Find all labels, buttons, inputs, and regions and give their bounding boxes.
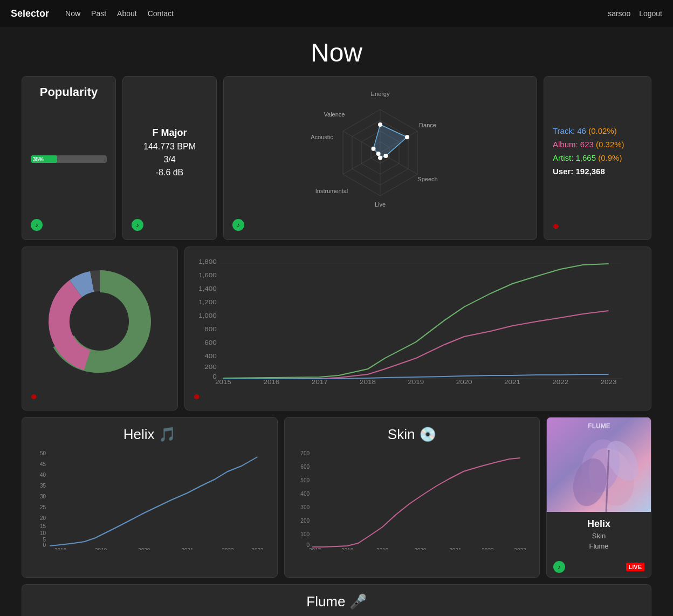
svg-text:2023: 2023 xyxy=(601,379,617,385)
now-playing-track: Helix xyxy=(553,518,644,530)
svg-text:45: 45 xyxy=(40,461,46,467)
nav-right: sarsoo Logout xyxy=(608,9,662,18)
album-art: FLUME xyxy=(547,417,651,512)
now-playing-album: Skin xyxy=(553,532,644,540)
svg-text:Speech: Speech xyxy=(417,176,437,182)
svg-point-24 xyxy=(71,292,129,351)
svg-text:200: 200 xyxy=(204,364,217,371)
donut-container xyxy=(31,256,169,387)
spotify-icon: ♪ xyxy=(31,219,43,231)
svg-text:2022: 2022 xyxy=(222,547,234,550)
svg-text:600: 600 xyxy=(300,464,310,470)
svg-text:2018: 2018 xyxy=(341,547,353,550)
main-content: Popularity 35% ♪ F Major 144.773 BPM 3/4… xyxy=(0,76,673,616)
svg-text:30: 30 xyxy=(40,494,46,499)
donut-chart xyxy=(38,259,162,384)
svg-text:2016: 2016 xyxy=(263,379,279,385)
nav-logout[interactable]: Logout xyxy=(639,9,662,18)
svg-text:400: 400 xyxy=(204,353,217,360)
nav-past[interactable]: Past xyxy=(91,9,106,18)
svg-text:20: 20 xyxy=(40,515,46,521)
album-pct: (0.32%) xyxy=(596,140,624,149)
stat-album: Album: 623 (0.32%) xyxy=(553,140,642,149)
svg-text:300: 300 xyxy=(300,504,310,510)
popularity-card: Popularity 35% ♪ xyxy=(22,76,116,240)
svg-text:2019: 2019 xyxy=(376,547,389,550)
svg-text:2017: 2017 xyxy=(308,547,321,550)
key-card-content: F Major 144.773 BPM 3/4 -8.6 dB xyxy=(132,85,208,219)
now-playing-footer: ♪ LIVE xyxy=(547,557,651,577)
svg-point-11 xyxy=(378,122,382,127)
svg-text:15: 15 xyxy=(40,523,46,529)
line-chart: 1,800 1,600 1,400 1,200 1,000 800 600 40… xyxy=(194,256,642,385)
spotify-icon-playing: ♪ xyxy=(553,561,565,573)
svg-text:700: 700 xyxy=(300,450,310,456)
svg-text:Acoustic: Acoustic xyxy=(311,134,333,140)
user-value: 192,368 xyxy=(576,167,605,176)
svg-text:Dance: Dance xyxy=(419,122,436,128)
lastfm-icon-donut: ⊛ xyxy=(31,393,37,401)
svg-text:600: 600 xyxy=(204,339,217,346)
skin-title: Skin 💿 xyxy=(293,426,531,443)
helix-chart-card: Helix 🎵 50 45 40 35 30 25 20 15 10 5 0 2… xyxy=(22,417,278,578)
svg-text:2020: 2020 xyxy=(456,379,472,385)
svg-text:2021: 2021 xyxy=(449,547,462,550)
lastfm-icon-stats: ⊛ xyxy=(553,222,559,230)
stats-content: Track: 46 (0.02%) Album: 623 (0.32%) Art… xyxy=(553,85,642,217)
svg-text:Energy: Energy xyxy=(371,91,390,97)
album-art-svg: FLUME xyxy=(547,417,651,512)
now-playing-card: FLUME Helix Skin Flume ♪ LIVE xyxy=(546,417,651,578)
brand-logo[interactable]: Selector xyxy=(11,8,49,19)
svg-text:2020: 2020 xyxy=(414,547,427,550)
svg-text:2021: 2021 xyxy=(181,547,194,550)
svg-text:FLUME: FLUME xyxy=(588,422,610,430)
spotify-icon-key: ♪ xyxy=(132,219,143,231)
svg-point-16 xyxy=(372,147,376,151)
svg-text:2020: 2020 xyxy=(138,547,150,550)
track-value: 46 xyxy=(577,126,586,135)
nav-now[interactable]: Now xyxy=(65,9,80,18)
skin-emoji: 💿 xyxy=(419,426,436,442)
album-value: 623 xyxy=(580,140,594,149)
svg-text:400: 400 xyxy=(300,491,310,497)
svg-text:1,000: 1,000 xyxy=(198,312,217,319)
svg-text:2023: 2023 xyxy=(514,547,526,550)
bottom-row: Helix 🎵 50 45 40 35 30 25 20 15 10 5 0 2… xyxy=(22,417,651,578)
svg-text:2021: 2021 xyxy=(504,379,520,385)
nav-username: sarsoo xyxy=(608,9,630,18)
svg-text:1,600: 1,600 xyxy=(198,272,217,279)
key-bpm: 144.773 BPM xyxy=(132,142,208,152)
flume-title: Flume 🎤 xyxy=(31,593,642,610)
svg-text:2019: 2019 xyxy=(408,379,424,385)
stat-track: Track: 46 (0.02%) xyxy=(553,126,642,135)
donut-card: ⊛ xyxy=(22,247,178,410)
line-chart-card: 1,800 1,600 1,400 1,200 1,000 800 600 40… xyxy=(184,247,651,410)
now-playing-info: Helix Skin Flume xyxy=(547,512,651,557)
svg-text:2019: 2019 xyxy=(95,547,107,550)
radar-chart: Energy Dance Speech Live Instrumental Ac… xyxy=(305,85,456,215)
svg-text:2018: 2018 xyxy=(360,379,376,385)
svg-text:Instrumental: Instrumental xyxy=(315,188,348,194)
svg-text:1,800: 1,800 xyxy=(198,258,217,265)
svg-text:Live: Live xyxy=(375,201,386,208)
svg-text:800: 800 xyxy=(204,326,217,333)
svg-text:2018: 2018 xyxy=(54,547,67,550)
key-time: 3/4 xyxy=(132,155,208,165)
svg-text:2023: 2023 xyxy=(251,547,264,550)
stats-card: Track: 46 (0.02%) Album: 623 (0.32%) Art… xyxy=(544,76,651,240)
live-badge: LIVE xyxy=(626,563,644,571)
flume-card: Flume 🎤 xyxy=(22,584,651,616)
key-card: F Major 144.773 BPM 3/4 -8.6 dB ♪ xyxy=(122,76,217,240)
artist-pct: (0.9%) xyxy=(598,153,622,162)
radar-card: Energy Dance Speech Live Instrumental Ac… xyxy=(223,76,537,240)
page-title: Now xyxy=(0,27,673,76)
svg-point-15 xyxy=(376,152,381,156)
popularity-label: 35% xyxy=(33,156,44,162)
nav-about[interactable]: About xyxy=(117,9,137,18)
svg-text:200: 200 xyxy=(300,518,310,524)
top-row: Popularity 35% ♪ F Major 144.773 BPM 3/4… xyxy=(22,76,651,240)
stat-artist: Artist: 1,665 (0.9%) xyxy=(553,153,642,162)
line-chart-container: 1,800 1,600 1,400 1,200 1,000 800 600 40… xyxy=(194,256,642,387)
helix-title: Helix 🎵 xyxy=(31,426,269,443)
nav-contact[interactable]: Contact xyxy=(148,9,174,18)
